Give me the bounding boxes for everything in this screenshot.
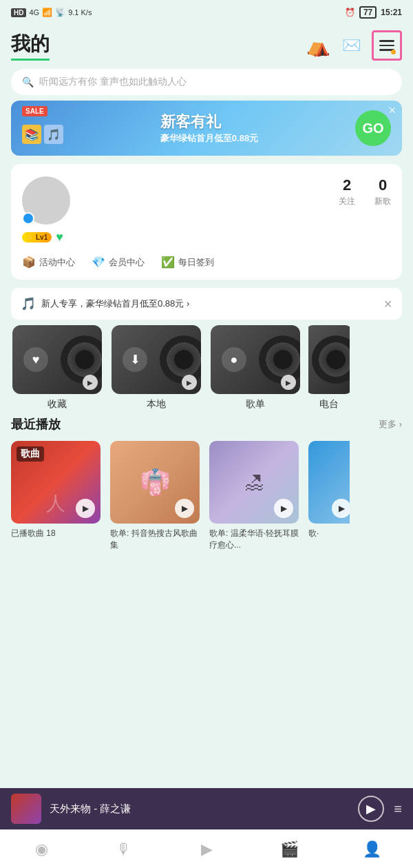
more-link[interactable]: 更多 › [379, 418, 402, 431]
collect-play-button[interactable]: ▶ [83, 375, 98, 390]
online-badge [22, 212, 34, 225]
nav-mv[interactable]: 🎬 [248, 840, 330, 858]
recent-item-song4[interactable]: ▶ 歌· [308, 441, 350, 551]
playlist-card: ● ▶ [211, 325, 300, 394]
now-playing-controls: ▶ ≡ [358, 796, 402, 822]
banner-close-button[interactable]: ✕ [388, 105, 396, 116]
new-song-stat[interactable]: 0 新歌 [374, 176, 391, 207]
recent-grid: 歌曲 人 ▶ 已播歌曲 18 👘 ▶ 歌单: 抖音热搜古风歌曲集 🏖 ▶ 歌单:… [11, 441, 402, 551]
header-icons: ⛺ ✉️ [306, 30, 402, 61]
hat-icon: ⛺ [306, 34, 330, 57]
profile-icon: 👤 [363, 840, 381, 858]
nav-profile[interactable]: 👤 [330, 840, 413, 858]
local-play-button[interactable]: ▶ [182, 375, 197, 390]
hd-badge: HD [11, 8, 26, 17]
now-playing-queue-button[interactable]: ≡ [394, 801, 402, 817]
battery-icon: 77 [359, 6, 377, 19]
wifi-icon: 📡 [55, 8, 65, 17]
member-label: 会员中心 [109, 256, 145, 269]
nav-play[interactable]: ▶ [165, 840, 248, 858]
menu-notification-dot [391, 50, 396, 54]
member-icon: 💎 [92, 256, 105, 269]
follow-stat[interactable]: 2 关注 [339, 176, 355, 207]
vip-heart-icon: ♥ [56, 230, 63, 245]
music-icon: 🎵 [44, 125, 63, 144]
play-icon: ▶ [366, 801, 376, 816]
recent-label-songs: 已播歌曲 18 [11, 528, 103, 539]
nav-podcast[interactable]: 🎙 [83, 840, 165, 858]
profile-section: ⚡Lv1 ♥ 2 关注 0 新歌 📦 活动中心 💎 会员中心 ✅ [11, 164, 402, 280]
banner-subtitle: 豪华绿钻首月低至0.88元 [160, 132, 258, 145]
banner-go-button[interactable]: GO [355, 110, 391, 146]
speed-text: 9.1 K/s [68, 8, 92, 17]
discover-icon: ◉ [35, 840, 48, 858]
status-right: ⏰ 77 15:21 [345, 6, 402, 19]
now-playing-thumb [11, 794, 41, 824]
local-label: 本地 [147, 398, 166, 411]
search-bar[interactable]: 🔍 听闻远方有你 童声也如此触动人心 [11, 69, 402, 95]
recent-thumb-douyin: 👘 ▶ [110, 441, 200, 524]
category-playlist[interactable]: ● ▶ 歌单 [209, 325, 301, 411]
new-song-count: 0 [374, 176, 391, 194]
electric-label: 电台 [319, 398, 339, 411]
avatar[interactable] [22, 176, 70, 225]
bottom-nav: ◉ 🎙 ▶ 🎬 👤 [0, 829, 413, 868]
recent-item-songs[interactable]: 歌曲 人 ▶ 已播歌曲 18 [11, 441, 103, 551]
new-song-label: 新歌 [374, 196, 391, 207]
recent-section: 最近播放 更多 › 歌曲 人 ▶ 已播歌曲 18 👘 ▶ 歌单: 抖音热搜古风歌… [11, 416, 402, 551]
recent-label-douyin: 歌单: 抖音热搜古风歌曲集 [110, 528, 202, 551]
status-bar: HD 4G 📶 📡 9.1 K/s ⏰ 77 15:21 [0, 0, 413, 25]
search-placeholder: 听闻远方有你 童声也如此触动人心 [39, 76, 187, 88]
recent-play-song4[interactable]: ▶ [332, 499, 350, 518]
local-icon: ⬇ [123, 347, 147, 372]
signal-icon: 📶 [42, 8, 52, 17]
recent-title: 最近播放 [11, 416, 61, 433]
category-collect[interactable]: ♥ ▶ 收藏 [11, 325, 103, 411]
checkin-label: 每日签到 [178, 256, 214, 269]
recent-item-douyin[interactable]: 👘 ▶ 歌单: 抖音热搜古风歌曲集 [110, 441, 202, 551]
recent-play-songs[interactable]: ▶ [76, 499, 95, 518]
categories-section: ♥ ▶ 收藏 ⬇ ▶ 本地 ● ▶ 歌单 电台 [11, 325, 402, 411]
alarm-icon: ⏰ [345, 8, 355, 17]
activity-label: 活动中心 [39, 256, 75, 269]
recent-tag-songs: 歌曲 [17, 446, 44, 462]
level-badge: ⚡Lv1 [22, 232, 52, 242]
promo-close-button[interactable]: ✕ [383, 298, 392, 311]
nav-discover[interactable]: ◉ [0, 840, 83, 858]
recent-play-douyin[interactable]: ▶ [175, 499, 194, 518]
now-playing-bar[interactable]: 天外来物 - 薛之谦 ▶ ≡ [0, 788, 413, 829]
playlist-play-button[interactable]: ▶ [281, 375, 296, 390]
member-center-button[interactable]: 💎 会员中心 [92, 256, 145, 269]
promo-banner[interactable]: SALE 📚 🎵 新客有礼 豪华绿钻首月低至0.88元 GO ✕ [11, 101, 402, 156]
banner-decoration: 📚 🎵 [22, 125, 63, 144]
promo-label: 新人专享，豪华绿钻首月低至0.88元 › [41, 298, 189, 310]
search-icon: 🔍 [22, 76, 34, 87]
now-playing-play-button[interactable]: ▶ [358, 796, 384, 822]
banner-title: 新客有礼 [160, 112, 258, 132]
category-electric[interactable]: 电台 [308, 325, 350, 411]
collect-label: 收藏 [47, 398, 67, 411]
vinyl-record-electric [312, 335, 350, 384]
activity-icon: 📦 [22, 256, 36, 269]
checkin-button[interactable]: ✅ 每日签到 [161, 256, 214, 269]
page-title: 我的 [11, 31, 50, 61]
podcast-icon: 🎙 [116, 840, 131, 858]
checkin-icon: ✅ [161, 256, 175, 269]
recent-play-gentle[interactable]: ▶ [274, 499, 293, 518]
sale-badge: SALE [22, 106, 47, 116]
collect-card: ♥ ▶ [12, 325, 102, 394]
mail-button[interactable]: ✉️ [339, 33, 363, 58]
recent-thumb-gentle: 🏖 ▶ [209, 441, 299, 524]
promo-bar[interactable]: 🎵 新人专享，豪华绿钻首月低至0.88元 › ✕ [11, 288, 402, 320]
menu-button[interactable] [372, 30, 402, 61]
profile-stats: 2 关注 0 新歌 [339, 176, 391, 207]
recent-label-song4: 歌· [308, 528, 350, 539]
activity-center-button[interactable]: 📦 活动中心 [22, 256, 75, 269]
mv-icon: 🎬 [280, 840, 299, 858]
recent-item-gentle[interactable]: 🏖 ▶ 歌单: 温柔华语·轻抚耳膜疗愈心... [209, 441, 301, 551]
now-playing-info: 天外来物 - 薛之谦 [50, 803, 350, 816]
promo-icon: 🎵 [21, 296, 36, 311]
network-icon: 4G [29, 8, 39, 17]
menu-line-1 [379, 40, 394, 42]
category-local[interactable]: ⬇ ▶ 本地 [110, 325, 202, 411]
